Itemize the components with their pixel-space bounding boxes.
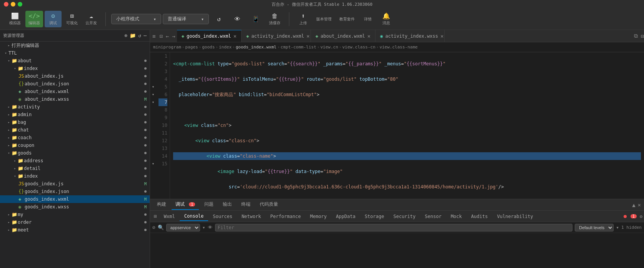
open-editors-section[interactable]: ▸ 打开的编辑器 [0,42,150,49]
devtools-tab-storage[interactable]: Storage [360,212,389,221]
tab-back-icon[interactable]: ← [164,33,170,39]
file-goods-index-wxss[interactable]: ◉ goods_index.wxss M [0,203,150,211]
collapse-panel-icon[interactable]: ⊟ [641,33,644,39]
folder-about[interactable]: ▾ 📁 about [0,57,150,65]
collapse-all-icon[interactable]: ⋯ [143,33,147,38]
tab-list-icon[interactable]: ≡ [150,33,158,39]
folder-goods-index[interactable]: ▾ 📁 index [0,172,150,180]
simulator-button[interactable]: ⬜ 模拟器 [6,11,24,27]
devtools-tab-sensor[interactable]: Sensor [420,212,446,221]
refresh-button[interactable]: ↺ [210,14,227,24]
minimize-button[interactable] [11,2,15,7]
tab-problems[interactable]: 问题 [200,200,217,210]
folder-my[interactable]: ▸ 📁 my [0,211,150,218]
console-levels-select[interactable]: Default levels [575,224,614,231]
folder-goods[interactable]: ▾ 📁 goods [0,149,150,157]
file-about-index-js[interactable]: JS about_index.js [0,72,150,80]
tab-activity-index-wxml[interactable]: ◈ activity_index.wxml × [242,30,311,42]
devtools-tab-security[interactable]: Security [389,212,420,221]
traffic-lights[interactable] [4,2,22,7]
clear-button[interactable]: 🗑 清缓存 [266,11,284,27]
tab-terminal[interactable]: 终端 [237,200,254,210]
file-goods-index-json[interactable]: {} goods_index.json [0,188,150,195]
title-bar: 百合亦 - 微信开发者工具 Stable 1.06.2303060 [0,0,644,8]
tab-close-icon[interactable]: × [234,33,237,39]
chevron-up-icon[interactable]: ▲ [632,202,635,208]
tab-close-icon[interactable]: × [307,33,310,39]
realtest-button[interactable]: 📱 [247,14,264,24]
devtools-tab-console[interactable]: Console [180,212,209,221]
devtools-tab-memory[interactable]: Memory [305,212,331,221]
tab-activity-index-wxss[interactable]: ◉ activity_index.wxss × [375,30,445,42]
tab-about-index-wxml[interactable]: ◈ about_index.wxml × [311,30,375,42]
ttl-section[interactable]: ▾ TTL [0,49,150,57]
fullscreen-button[interactable] [18,2,22,7]
close-button[interactable] [4,2,8,7]
devtools-settings-icon[interactable]: ⚙ [640,214,642,219]
visual-button[interactable]: ⊞ 可视化 [63,11,81,27]
folder-order[interactable]: ▸ 📁 order [0,218,150,226]
tab-bookmark-icon[interactable]: ⊡ [158,33,164,39]
devtools-tab-wxml[interactable]: Wxml [159,212,180,221]
message-button[interactable]: 🔔 消息 [378,11,395,27]
folder-about-index[interactable]: ▾ 📁 index [0,65,150,72]
tab-goods-index-wxml[interactable]: ◈ goods_index.wxml × [177,30,242,42]
tab-debug[interactable]: 调试 1 [172,200,199,210]
devtools-tab-audits[interactable]: Audits [467,212,492,221]
devtools-tab-performance[interactable]: Performance [265,212,305,221]
appservice-select[interactable]: appservice [166,224,200,231]
folder-admin[interactable]: ▸ 📁 admin [0,111,150,118]
debugger-button[interactable]: ⚙ 调试 [45,11,62,27]
devtools-menu-icon[interactable]: ⊞ [152,213,159,219]
editor-button[interactable]: </> 编辑器 [25,11,43,27]
console-dropdown-icon[interactable]: ▾ [202,225,205,230]
tab-output[interactable]: 输出 [219,200,236,210]
file-about-index-wxss[interactable]: ◉ about_index.wxss M [0,95,150,103]
cloud-button[interactable]: ☁ 云开发 [82,11,100,27]
version-button[interactable]: 版本管理 [313,15,335,23]
close-panel-icon[interactable]: × [638,202,641,208]
edu-button[interactable]: 教育套件 [336,15,358,23]
file-about-index-wxml[interactable]: ◈ about_index.wxml [0,88,150,95]
visual-label: 可视化 [66,20,78,26]
folder-address[interactable]: ▸ 📁 address [0,157,150,165]
mode-selector[interactable]: 小程序模式 ▾ [111,14,161,24]
devtools-tab-vulnerability[interactable]: Vulnerability [492,212,538,221]
tab-build[interactable]: 构建 [153,200,170,210]
file-goods-index-wxml[interactable]: ◈ goods_index.wxml M [0,195,150,203]
devtools-tab-network[interactable]: Network [237,212,266,221]
tab-close-icon[interactable]: × [440,33,444,39]
detail-arrow-icon: ▸ [12,166,18,170]
console-filter-icon[interactable]: 🔍 [158,225,164,230]
detail-button[interactable]: 详情 [359,15,376,23]
folder-chat[interactable]: ▸ 📁 chat [0,126,150,134]
console-eye-icon[interactable]: 👁 [208,225,213,230]
preview-button[interactable]: 👁 [229,14,246,24]
new-file-icon[interactable]: ⊕ [125,33,128,38]
meet-label: meet [18,227,144,233]
refresh-tree-icon[interactable]: ↺ [138,33,141,38]
devtools-tab-appdata[interactable]: AppData [331,212,360,221]
folder-coupon[interactable]: ▸ 📁 coupon [0,141,150,149]
devtools-tab-mock[interactable]: Mock [446,212,467,221]
code-content[interactable]: <cmpt-comm-list type="goods-list" search… [170,52,644,199]
file-goods-index-js[interactable]: JS goods_index.js M [0,180,150,188]
new-folder-icon[interactable]: 📁 [130,33,136,38]
folder-detail[interactable]: ▸ 📁 detail [0,165,150,172]
tab-close-icon[interactable]: × [367,33,370,39]
code-editor[interactable]: ▾ ▾ ▾ ▾ 12345 678910 1112131415 [150,52,644,199]
folder-meet[interactable]: ▸ 📁 meet [0,226,150,234]
console-filter-input[interactable] [215,224,573,231]
devtools-tab-sources[interactable]: Sources [208,212,237,221]
folder-activity[interactable]: ▸ 📁 activity [0,103,150,111]
folder-coach[interactable]: ▸ 📁 coach [0,134,150,141]
tab-quality[interactable]: 代码质量 [256,200,282,210]
compile-selector[interactable]: 普通编译 ▾ [163,14,209,24]
levels-chevron-icon[interactable]: ▾ [616,225,619,230]
tab-forward-icon[interactable]: → [170,33,177,39]
file-about-index-json[interactable]: {} about_index.json [0,80,150,88]
upload-button[interactable]: ⬆ 上传 [295,11,312,27]
console-block-icon[interactable]: ⊘ [152,225,155,230]
folder-bag[interactable]: ▸ 📁 bag [0,118,150,126]
split-editor-icon[interactable]: ⧉ [634,33,638,39]
